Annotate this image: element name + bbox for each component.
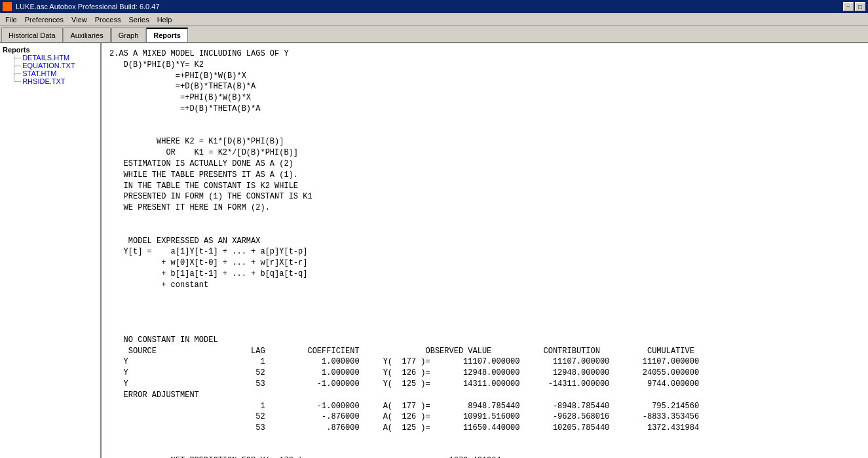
tab-auxiliaries[interactable]: Auxiliaries bbox=[64, 28, 111, 42]
sidebar: Reports ├─ DETAILS.HTM ├─ EQUATION.TXT ├… bbox=[0, 43, 102, 458]
maximize-button[interactable]: □ bbox=[855, 2, 865, 11]
minimize-button[interactable]: − bbox=[843, 2, 854, 11]
tabbar: Historical Data Auxiliaries Graph Report… bbox=[0, 26, 868, 43]
sidebar-item-stat[interactable]: ├─ STAT.HTM bbox=[0, 69, 100, 77]
tree-line-icon: ├─ bbox=[12, 62, 21, 69]
titlebar-title: LUKE.asc Autobox Professional Build: 6.0… bbox=[16, 3, 160, 10]
menu-help[interactable]: Help bbox=[153, 13, 176, 26]
titlebar-left: LUKE.asc Autobox Professional Build: 6.0… bbox=[3, 2, 160, 11]
menu-preferences[interactable]: Preferences bbox=[21, 13, 67, 26]
tree-line-icon: └─ bbox=[12, 78, 21, 85]
tab-graph[interactable]: Graph bbox=[111, 28, 146, 42]
menu-series[interactable]: Series bbox=[124, 13, 153, 26]
sidebar-item-label: RHSIDE.TXT bbox=[22, 77, 65, 85]
main-layout: Reports ├─ DETAILS.HTM ├─ EQUATION.TXT ├… bbox=[0, 43, 868, 458]
tree-line-icon: ├─ bbox=[12, 70, 21, 77]
app-icon bbox=[3, 2, 12, 11]
sidebar-item-rhside[interactable]: └─ RHSIDE.TXT bbox=[0, 77, 100, 85]
sidebar-item-label: DETAILS.HTM bbox=[22, 54, 69, 62]
tree-line-icon: ├─ bbox=[12, 54, 21, 62]
sidebar-item-label: EQUATION.TXT bbox=[22, 62, 75, 69]
sidebar-item-label: STAT.HTM bbox=[22, 69, 56, 77]
sidebar-root-label: Reports bbox=[0, 46, 100, 54]
menubar: File Preferences View Process Series Hel… bbox=[0, 13, 868, 26]
menu-file[interactable]: File bbox=[1, 13, 21, 26]
tab-reports[interactable]: Reports bbox=[146, 28, 188, 42]
titlebar-controls[interactable]: − □ bbox=[843, 2, 865, 11]
sidebar-item-details[interactable]: ├─ DETAILS.HTM bbox=[0, 54, 100, 62]
menu-view[interactable]: View bbox=[67, 13, 91, 26]
sidebar-item-equation[interactable]: ├─ EQUATION.TXT bbox=[0, 62, 100, 69]
report-content: 2.AS A MIXED MODEL INCLUDING LAGS OF Y D… bbox=[102, 43, 868, 458]
menu-process[interactable]: Process bbox=[91, 13, 125, 26]
titlebar: LUKE.asc Autobox Professional Build: 6.0… bbox=[0, 0, 868, 13]
tab-historical-data[interactable]: Historical Data bbox=[1, 28, 63, 42]
